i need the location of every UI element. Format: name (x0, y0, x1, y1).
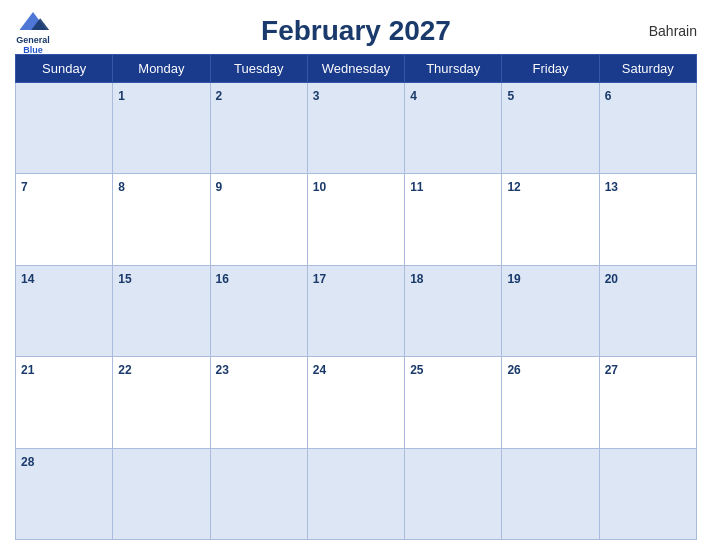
calendar-week-row: 14151617181920 (16, 265, 697, 356)
calendar-cell: 12 (502, 174, 599, 265)
day-number: 5 (507, 89, 514, 103)
calendar-week-row: 28 (16, 448, 697, 539)
calendar-cell: 16 (210, 265, 307, 356)
day-number: 4 (410, 89, 417, 103)
calendar-cell: 10 (307, 174, 404, 265)
calendar-cell: 4 (405, 83, 502, 174)
calendar-cell: 17 (307, 265, 404, 356)
calendar-cell (502, 448, 599, 539)
header-sunday: Sunday (16, 55, 113, 83)
calendar-cell: 25 (405, 357, 502, 448)
calendar-cell: 18 (405, 265, 502, 356)
calendar-cell: 9 (210, 174, 307, 265)
calendar-week-row: 123456 (16, 83, 697, 174)
calendar-cell: 22 (113, 357, 210, 448)
day-number: 9 (216, 180, 223, 194)
day-number: 15 (118, 272, 131, 286)
calendar-cell (16, 83, 113, 174)
weekday-header-row: Sunday Monday Tuesday Wednesday Thursday… (16, 55, 697, 83)
calendar-cell (307, 448, 404, 539)
day-number: 6 (605, 89, 612, 103)
day-number: 13 (605, 180, 618, 194)
calendar-cell: 21 (16, 357, 113, 448)
logo-blue: Blue (23, 46, 43, 56)
day-number: 22 (118, 363, 131, 377)
calendar-week-row: 78910111213 (16, 174, 697, 265)
calendar-cell: 8 (113, 174, 210, 265)
day-number: 23 (216, 363, 229, 377)
header-wednesday: Wednesday (307, 55, 404, 83)
day-number: 16 (216, 272, 229, 286)
calendar-cell: 2 (210, 83, 307, 174)
calendar-cell: 6 (599, 83, 696, 174)
day-number: 11 (410, 180, 423, 194)
calendar-cell: 14 (16, 265, 113, 356)
day-number: 25 (410, 363, 423, 377)
calendar-cell: 5 (502, 83, 599, 174)
day-number: 26 (507, 363, 520, 377)
header-thursday: Thursday (405, 55, 502, 83)
calendar-week-row: 21222324252627 (16, 357, 697, 448)
day-number: 28 (21, 455, 34, 469)
calendar-cell (113, 448, 210, 539)
calendar-cell: 20 (599, 265, 696, 356)
day-number: 18 (410, 272, 423, 286)
day-number: 21 (21, 363, 34, 377)
day-number: 1 (118, 89, 125, 103)
calendar-cell: 3 (307, 83, 404, 174)
header-monday: Monday (113, 55, 210, 83)
calendar-cell: 19 (502, 265, 599, 356)
calendar-cell: 23 (210, 357, 307, 448)
calendar-cell: 15 (113, 265, 210, 356)
day-number: 3 (313, 89, 320, 103)
day-number: 24 (313, 363, 326, 377)
day-number: 2 (216, 89, 223, 103)
day-number: 20 (605, 272, 618, 286)
calendar-cell: 28 (16, 448, 113, 539)
calendar-cell: 26 (502, 357, 599, 448)
day-number: 10 (313, 180, 326, 194)
header-saturday: Saturday (599, 55, 696, 83)
day-number: 17 (313, 272, 326, 286)
calendar-title: February 2027 (261, 15, 451, 47)
day-number: 12 (507, 180, 520, 194)
day-number: 19 (507, 272, 520, 286)
day-number: 8 (118, 180, 125, 194)
calendar-cell (405, 448, 502, 539)
calendar-cell: 24 (307, 357, 404, 448)
calendar-cell: 13 (599, 174, 696, 265)
calendar-cell: 7 (16, 174, 113, 265)
calendar-cell (210, 448, 307, 539)
header-friday: Friday (502, 55, 599, 83)
calendar-cell: 27 (599, 357, 696, 448)
country-label: Bahrain (649, 23, 697, 39)
logo: General Blue (15, 7, 51, 56)
calendar-cell: 11 (405, 174, 502, 265)
calendar-table: Sunday Monday Tuesday Wednesday Thursday… (15, 54, 697, 540)
calendar-header: General Blue February 2027 Bahrain (15, 10, 697, 52)
day-number: 14 (21, 272, 34, 286)
calendar-cell: 1 (113, 83, 210, 174)
calendar-cell (599, 448, 696, 539)
day-number: 27 (605, 363, 618, 377)
day-number: 7 (21, 180, 28, 194)
header-tuesday: Tuesday (210, 55, 307, 83)
